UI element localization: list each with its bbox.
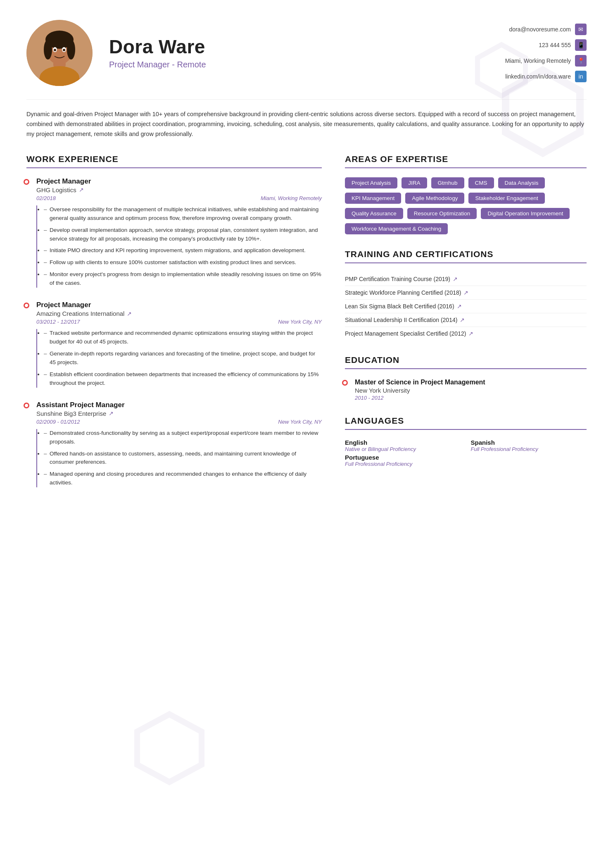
training-4-link[interactable]: ↗ bbox=[468, 330, 473, 337]
job-2-dot bbox=[24, 303, 29, 308]
svg-point-8 bbox=[44, 40, 52, 60]
lang-1: Spanish Full Professional Proficiency bbox=[471, 439, 587, 452]
job-1-meta: 02/2018 Miami, Working Remotely bbox=[36, 195, 322, 201]
job-3-location: New York City, NY bbox=[278, 419, 322, 425]
languages-title: LANGUAGES bbox=[345, 416, 587, 430]
edu-dot-0 bbox=[342, 380, 348, 386]
job-3-bullet-3: Managed opening and closing procedures a… bbox=[44, 470, 322, 487]
avatar bbox=[26, 20, 93, 86]
job-2-title: Project Manager bbox=[36, 301, 322, 309]
job-1-title: Project Manager bbox=[36, 177, 322, 186]
edu-item-0: Master of Science in Project Management … bbox=[345, 378, 587, 401]
tag-10: Digital Operation Improvement bbox=[481, 208, 570, 219]
edu-dates-0: 2010 - 2012 bbox=[355, 395, 587, 401]
training-title: TRAINING AND CERTIFICATIONS bbox=[345, 249, 587, 263]
edu-degree-0: Master of Science in Project Management bbox=[355, 378, 587, 387]
job-2-bullet-3: Establish efficient coordination between… bbox=[44, 370, 322, 388]
contact-linkedin: linkedin.com/in/dora.ware in bbox=[505, 71, 587, 82]
job-1-dates: 02/2018 bbox=[36, 195, 56, 201]
tag-11: Workforce Management & Coaching bbox=[345, 223, 448, 234]
job-1-dot bbox=[24, 179, 29, 185]
job-2-meta: 03/2012 - 12/2017 New York City, NY bbox=[36, 319, 322, 325]
job-2-bullets: Tracked website performance and recommen… bbox=[36, 329, 322, 388]
education-title: EDUCATION bbox=[345, 355, 587, 369]
phone-label: 123 444 555 bbox=[539, 42, 571, 48]
expertise-tags: Project Analysis JIRA Gtmhub CMS Data An… bbox=[345, 177, 587, 234]
expertise-title: AREAS OF EXPERTISE bbox=[345, 154, 587, 168]
training-item-4: Project Management Specialist Certified … bbox=[345, 327, 587, 340]
svg-point-13 bbox=[63, 49, 65, 51]
training-0-link[interactable]: ↗ bbox=[453, 276, 458, 282]
job-2-ext-link[interactable]: ↗ bbox=[127, 310, 132, 317]
training-item-0: PMP Certification Training Course (2019)… bbox=[345, 272, 587, 286]
location-icon: 📍 bbox=[575, 55, 587, 67]
job-1-bullet-2: Develop overall implementation approach,… bbox=[44, 226, 322, 243]
job-3-bullet-2: Offered hands-on assistance to customers… bbox=[44, 450, 322, 467]
summary-section: Dynamic and goal-driven Project Manager … bbox=[26, 99, 587, 139]
languages-grid: English Native or Bilingual Proficiency … bbox=[345, 439, 587, 452]
tag-9: Resource Optimization bbox=[407, 208, 477, 219]
training-1-link[interactable]: ↗ bbox=[463, 289, 468, 296]
job-3-bullet-1: Demonstrated cross-functionality by serv… bbox=[44, 429, 322, 446]
tag-4: Data Analysis bbox=[498, 177, 545, 188]
edu-school-0: New York University bbox=[355, 387, 587, 394]
job-3-company: Sunshine Big3 Enterprise ↗ bbox=[36, 410, 322, 417]
job-3-meta: 02/2009 - 01/2012 New York City, NY bbox=[36, 419, 322, 425]
job-2-bullet-1: Tracked website performance and recommen… bbox=[44, 329, 322, 346]
training-3-link[interactable]: ↗ bbox=[460, 317, 465, 323]
job-2-dates: 03/2012 - 12/2017 bbox=[36, 319, 80, 325]
job-1-company: GHG Logistics ↗ bbox=[36, 186, 322, 193]
tag-8: Quality Assurance bbox=[345, 208, 403, 219]
contact-phone: 123 444 555 📱 bbox=[539, 39, 587, 51]
training-2-link[interactable]: ↗ bbox=[457, 303, 462, 310]
header-section: Dora Ware Project Manager - Remote dora@… bbox=[26, 20, 587, 86]
header-name-block: Dora Ware Project Manager - Remote bbox=[109, 36, 438, 69]
job-2: Project Manager Amazing Creations Intern… bbox=[26, 301, 322, 388]
job-1-bullet-5: Monitor every project's progress from de… bbox=[44, 270, 322, 288]
job-1-bullets: Oversee responsibility for the managemen… bbox=[36, 205, 322, 288]
job-3-dot bbox=[24, 403, 29, 408]
tag-6: Agile Methodology bbox=[405, 193, 464, 204]
tag-5: KPI Management bbox=[345, 193, 401, 204]
tag-3: CMS bbox=[468, 177, 494, 188]
job-3-ext-link[interactable]: ↗ bbox=[109, 410, 114, 417]
job-1-location: Miami, Working Remotely bbox=[261, 195, 322, 201]
svg-marker-2 bbox=[137, 714, 202, 782]
location-label: Miami, Working Remotely bbox=[505, 57, 571, 64]
tag-7: Stakeholder Engagement bbox=[468, 193, 544, 204]
training-item-3: Situational Leadership II Certification … bbox=[345, 313, 587, 327]
job-2-bullet-2: Generate in-depth reports regarding vari… bbox=[44, 350, 322, 367]
job-1-bullet-1: Oversee responsibility for the managemen… bbox=[44, 205, 322, 223]
job-3-title: Assistant Project Manager bbox=[36, 401, 322, 409]
tag-1: JIRA bbox=[402, 177, 427, 188]
work-experience-title: WORK EXPERIENCE bbox=[26, 154, 322, 168]
job-1-bullet-3: Initiate PMO directory and KPI reporting… bbox=[44, 246, 322, 255]
candidate-title: Project Manager - Remote bbox=[109, 60, 438, 69]
candidate-name: Dora Ware bbox=[109, 36, 438, 57]
job-3-bullets: Demonstrated cross-functionality by serv… bbox=[36, 429, 322, 488]
job-3: Assistant Project Manager Sunshine Big3 … bbox=[26, 401, 322, 488]
contact-info: dora@novoresume.com ✉ 123 444 555 📱 Miam… bbox=[454, 24, 587, 82]
svg-point-9 bbox=[67, 40, 75, 60]
contact-email: dora@novoresume.com ✉ bbox=[509, 24, 587, 35]
lang-0: English Native or Bilingual Proficiency bbox=[345, 439, 461, 452]
training-item-1: Strategic Workforce Planning Certified (… bbox=[345, 286, 587, 300]
svg-point-12 bbox=[54, 49, 56, 51]
contact-location: Miami, Working Remotely 📍 bbox=[505, 55, 587, 67]
summary-text: Dynamic and goal-driven Project Manager … bbox=[26, 111, 584, 137]
job-1: Project Manager GHG Logistics ↗ 02/2018 … bbox=[26, 177, 322, 288]
linkedin-label: linkedin.com/in/dora.ware bbox=[505, 73, 571, 80]
right-column: AREAS OF EXPERTISE Project Analysis JIRA… bbox=[345, 154, 587, 501]
resume-container: Dora Ware Project Manager - Remote dora@… bbox=[0, 0, 613, 868]
job-1-bullet-4: Follow up with clients to ensure 100% cu… bbox=[44, 258, 322, 267]
job-1-ext-link[interactable]: ↗ bbox=[79, 186, 84, 193]
training-section: TRAINING AND CERTIFICATIONS PMP Certific… bbox=[345, 249, 587, 340]
tag-2: Gtmhub bbox=[431, 177, 464, 188]
email-label: dora@novoresume.com bbox=[509, 26, 571, 33]
left-column: WORK EXPERIENCE Project Manager GHG Logi… bbox=[26, 154, 322, 501]
training-list: PMP Certification Training Course (2019)… bbox=[345, 272, 587, 340]
job-3-dates: 02/2009 - 01/2012 bbox=[36, 419, 80, 425]
job-2-location: New York City, NY bbox=[278, 319, 322, 325]
job-2-company: Amazing Creations International ↗ bbox=[36, 310, 322, 317]
languages-section: LANGUAGES English Native or Bilingual Pr… bbox=[345, 416, 587, 467]
